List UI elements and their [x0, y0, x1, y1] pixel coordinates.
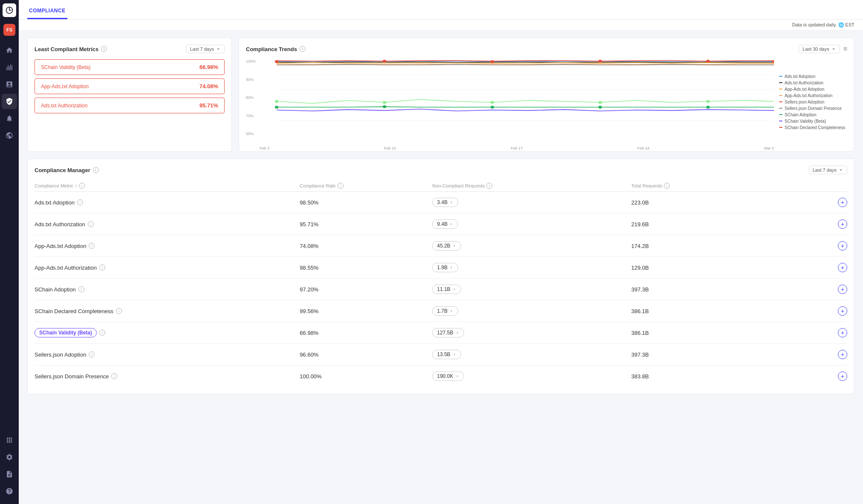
row-total-6: 386.1B [631, 330, 830, 336]
expand-button-5[interactable]: + [838, 306, 847, 316]
metrics-icon[interactable] [2, 77, 17, 92]
compliance-manager-info-icon[interactable]: i [93, 167, 99, 173]
row-rate-2: 74.08% [300, 243, 432, 249]
least-compliant-info-icon[interactable]: i [101, 46, 107, 52]
metric-name-2: Ads.txt Authorization [41, 103, 87, 109]
non-compliant-badge-2[interactable]: 45.2B [432, 241, 461, 251]
table-row: Sellers.json Domain Presence i 100.00% 1… [35, 366, 847, 387]
row-info-icon-7[interactable]: i [89, 351, 95, 357]
expand-button-0[interactable]: + [838, 198, 847, 207]
row-total-3: 129.0B [631, 265, 830, 271]
row-non-compliant-6: 127.5B [432, 328, 631, 337]
expand-button-7[interactable]: + [838, 350, 847, 359]
row-info-icon-6[interactable]: i [99, 330, 105, 336]
row-info-icon-2[interactable]: i [89, 243, 95, 249]
expand-button-4[interactable]: + [838, 285, 847, 294]
col-total-info[interactable]: i [664, 183, 670, 189]
row-non-compliant-5: 1.7B [432, 306, 631, 316]
metric-name-1: App-Ads.txt Adoption [41, 84, 89, 89]
row-info-icon-0[interactable]: i [77, 199, 83, 205]
timezone-label: EST [846, 22, 854, 27]
home-icon[interactable] [2, 43, 17, 58]
row-info-icon-3[interactable]: i [99, 265, 105, 271]
row-rate-5: 99.56% [300, 308, 432, 314]
expand-button-8[interactable]: + [838, 372, 847, 381]
non-compliant-badge-4[interactable]: 11.1B [432, 285, 461, 294]
row-expand-4: + [830, 285, 847, 294]
row-rate-0: 98.50% [300, 199, 432, 206]
row-expand-0: + [830, 198, 847, 207]
document-icon[interactable] [2, 467, 17, 482]
expand-button-1[interactable]: + [838, 219, 847, 229]
trends-time-filter[interactable]: Last 30 days [799, 45, 840, 53]
table-row: Ads.txt Adoption i 98.50% 3.4B 223.0B + [35, 192, 847, 213]
row-rate-7: 96.60% [300, 351, 432, 358]
svg-point-9 [598, 101, 602, 104]
y-axis-labels: 100% 90% 80% 70% 60% [246, 59, 256, 136]
expand-button-6[interactable]: + [838, 328, 847, 337]
row-info-icon-5[interactable]: i [116, 308, 122, 314]
help-icon[interactable] [2, 484, 17, 499]
row-expand-5: + [830, 306, 847, 316]
svg-point-11 [275, 106, 278, 109]
metric-card-2: Ads.txt Authorization 95.71% [35, 98, 225, 113]
settings-icon[interactable] [2, 449, 17, 465]
table-row: App-Ads.txt Authorization i 98.55% 1.9B … [35, 257, 847, 279]
row-non-compliant-3: 1.9B [432, 263, 631, 272]
non-compliant-badge-1[interactable]: 9.4B [432, 219, 458, 229]
legend-item-schain-declared: SChain Declared Completeness [779, 125, 847, 130]
row-info-icon-1[interactable]: i [88, 221, 94, 227]
trends-info-icon[interactable]: i [300, 46, 306, 52]
expand-button-2[interactable]: + [838, 241, 847, 251]
col-non-compliant-info[interactable]: i [486, 183, 492, 189]
legend-item-appads-adoption: App-Ads.txt Adoption [779, 87, 847, 92]
row-name-2: App-Ads.txt Adoption i [35, 243, 300, 249]
non-compliant-badge-6[interactable]: 127.5B [432, 328, 464, 337]
compliance-tab[interactable]: COMPLIANCE [27, 3, 67, 19]
data-update-bar: Data is updated daily. 🌐 EST [19, 20, 863, 31]
globe-icon[interactable] [2, 128, 17, 143]
non-compliant-badge-3[interactable]: 1.9B [432, 263, 458, 272]
row-non-compliant-2: 45.2B [432, 241, 631, 251]
trends-menu-icon[interactable]: ≡ [843, 45, 847, 53]
alert-icon[interactable] [2, 111, 17, 126]
metric-card-0: SChain Validity (Beta) 66.98% [35, 59, 225, 75]
row-non-compliant-0: 3.4B [432, 198, 631, 207]
trends-chart-container: 100% 90% 80% 70% 60% [246, 59, 847, 144]
row-total-2: 174.2B [631, 243, 830, 249]
sidebar: FS [0, 0, 19, 504]
col-metric-info[interactable]: i [79, 183, 85, 189]
metric-value-0: 66.98% [199, 64, 218, 70]
legend-item-schain-adoption: SChain Adoption [779, 112, 847, 117]
row-expand-7: + [830, 350, 847, 359]
least-compliant-title: Least Compliant Metrics i [35, 46, 107, 52]
non-compliant-badge-8[interactable]: 190.0K [432, 372, 464, 381]
data-update-text: Data is updated daily. [792, 22, 837, 27]
row-non-compliant-7: 13.5B [432, 350, 631, 359]
row-rate-6: 66.98% [300, 330, 432, 336]
non-compliant-badge-5[interactable]: 1.7B [432, 306, 458, 316]
col-rate-header: Compliance Rate i [300, 183, 432, 189]
compliance-manager-time-filter[interactable]: Last 7 days [809, 166, 847, 174]
svg-point-19 [598, 60, 602, 63]
least-compliant-time-filter[interactable]: Last 7 days [186, 45, 225, 53]
user-avatar[interactable]: FS [3, 24, 15, 36]
col-rate-info[interactable]: i [338, 183, 343, 189]
compliance-table-rows: Ads.txt Adoption i 98.50% 3.4B 223.0B + … [35, 192, 847, 387]
metric-value-2: 95.71% [199, 102, 218, 109]
chart-legend: Ads.txt Adoption Ads.txt Authorization A… [779, 59, 847, 144]
compliance-icon[interactable] [2, 94, 17, 109]
highlighted-pill[interactable]: SChain Validity (Beta) [35, 328, 97, 337]
grid-icon[interactable] [2, 432, 17, 448]
row-name-3: App-Ads.txt Authorization i [35, 265, 300, 271]
non-compliant-badge-7[interactable]: 13.5B [432, 350, 461, 359]
row-total-4: 397.3B [631, 286, 830, 293]
row-expand-1: + [830, 219, 847, 229]
least-compliant-panel: Least Compliant Metrics i Last 7 days SC… [27, 37, 232, 152]
row-info-icon-4[interactable]: i [78, 286, 84, 292]
expand-button-3[interactable]: + [838, 263, 847, 272]
chart-bar-icon[interactable] [2, 60, 17, 75]
non-compliant-badge-0[interactable]: 3.4B [432, 198, 458, 207]
row-info-icon-8[interactable]: i [111, 373, 117, 379]
sort-icon[interactable]: ↑ [75, 184, 77, 188]
